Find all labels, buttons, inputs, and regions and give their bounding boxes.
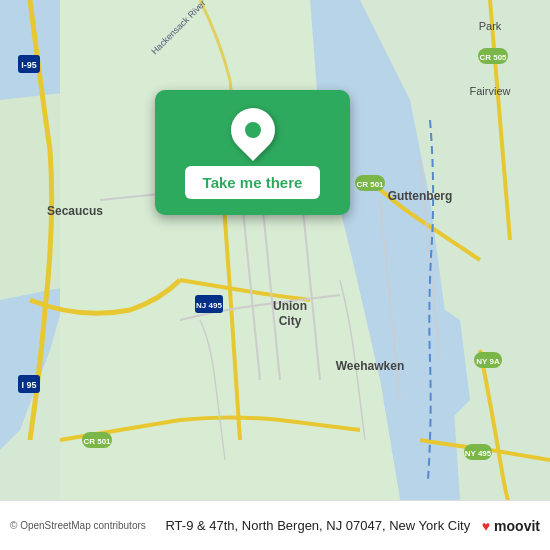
svg-text:NJ 495: NJ 495 bbox=[196, 301, 222, 310]
address-text: RT-9 & 47th, North Bergen, NJ 07047, bbox=[165, 518, 385, 533]
map-svg: I-95 I 95 NJ 495 CR 501 CR 501 CR 505 NY… bbox=[0, 0, 550, 500]
osm-attribution: © OpenStreetMap contributors bbox=[10, 520, 146, 531]
svg-text:Union: Union bbox=[273, 299, 307, 313]
map-area[interactable]: I-95 I 95 NJ 495 CR 501 CR 501 CR 505 NY… bbox=[0, 0, 550, 500]
take-me-there-button[interactable]: Take me there bbox=[185, 166, 321, 199]
moovit-logo: ♥ moovit bbox=[482, 518, 540, 534]
svg-text:City: City bbox=[279, 314, 302, 328]
svg-text:Guttenberg: Guttenberg bbox=[388, 189, 453, 203]
city-text: New York City bbox=[389, 518, 470, 533]
bottom-bar: © OpenStreetMap contributors RT-9 & 47th… bbox=[0, 500, 550, 550]
svg-text:I-95: I-95 bbox=[21, 60, 37, 70]
moovit-brand: moovit bbox=[494, 518, 540, 534]
svg-text:Weehawken: Weehawken bbox=[336, 359, 404, 373]
svg-text:I 95: I 95 bbox=[21, 380, 36, 390]
svg-text:Fairview: Fairview bbox=[470, 85, 511, 97]
address-label: RT-9 & 47th, North Bergen, NJ 07047, New… bbox=[154, 518, 482, 533]
svg-text:Park: Park bbox=[479, 20, 502, 32]
svg-text:CR 501: CR 501 bbox=[356, 180, 384, 189]
take-me-there-card: Take me there bbox=[155, 90, 350, 215]
location-pin-icon bbox=[221, 99, 283, 161]
svg-text:Secaucus: Secaucus bbox=[47, 204, 103, 218]
svg-text:NY 9A: NY 9A bbox=[476, 357, 500, 366]
heart-icon: ♥ bbox=[482, 518, 490, 534]
svg-text:CR 505: CR 505 bbox=[479, 53, 507, 62]
svg-text:CR 501: CR 501 bbox=[83, 437, 111, 446]
svg-text:NY 495: NY 495 bbox=[465, 449, 492, 458]
